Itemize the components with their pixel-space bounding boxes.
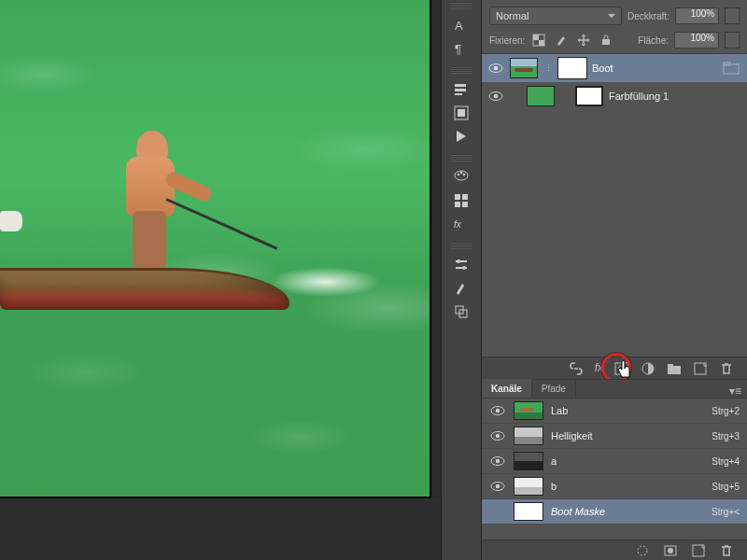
history-panel-icon[interactable] (449, 103, 473, 123)
layer-thumbnail[interactable] (510, 58, 538, 78)
adjustment-layer-icon[interactable] (641, 361, 655, 376)
svg-text:fx: fx (454, 219, 462, 230)
channel-name: Boot Maske (551, 506, 704, 517)
channel-row-boot-maske[interactable]: Boot Maske Strg+< (482, 499, 747, 525)
swatches-panel-icon[interactable] (449, 167, 473, 188)
layer-mask-thumbnail[interactable] (558, 58, 586, 78)
canvas-area (0, 0, 441, 504)
svg-rect-24 (533, 35, 539, 40)
adjustments-panel-icon[interactable]: fx (449, 214, 473, 234)
layer-mask-thumbnail[interactable] (575, 86, 603, 106)
opacity-input[interactable]: 100% (675, 7, 719, 24)
brush-settings-icon[interactable] (449, 255, 473, 275)
save-selection-icon[interactable] (663, 543, 678, 558)
layer-filter-icon[interactable] (723, 62, 740, 75)
channel-thumbnail[interactable] (514, 401, 543, 420)
channel-row-a[interactable]: a Strg+4 (482, 449, 747, 474)
channel-thumbnail[interactable] (514, 502, 543, 521)
visibility-eye-icon[interactable] (489, 429, 506, 442)
character-panel-icon[interactable]: A (449, 15, 473, 35)
delete-layer-icon[interactable] (719, 361, 734, 376)
blend-mode-value: Normal (496, 10, 529, 21)
lock-all-icon[interactable] (598, 32, 614, 49)
layer-name[interactable]: Boot (592, 63, 717, 74)
document-canvas[interactable] (0, 0, 431, 498)
svg-rect-2 (455, 84, 466, 87)
layer-thumbnail[interactable] (527, 86, 555, 106)
load-selection-icon[interactable] (635, 543, 650, 558)
channel-thumbnail[interactable] (514, 477, 543, 496)
fill-input[interactable]: 100% (674, 32, 719, 49)
actions-panel-icon[interactable] (449, 79, 473, 100)
visibility-eye-icon[interactable] (489, 480, 506, 493)
layer-row-farbfuellung[interactable]: Farbfüllung 1 (482, 82, 747, 110)
styles-panel-icon[interactable] (449, 190, 473, 211)
fill-label: Fläche: (638, 35, 669, 46)
channel-thumbnail[interactable] (514, 427, 543, 445)
svg-rect-14 (455, 202, 460, 207)
channel-name: a (551, 455, 704, 467)
collapsed-panel-dock: A ¶ fx (441, 0, 482, 560)
layer-name[interactable]: Farbfüllung 1 (609, 91, 741, 102)
svg-point-46 (496, 484, 500, 489)
panel-menu-icon[interactable]: ▾≡ (724, 385, 747, 398)
svg-point-47 (638, 546, 647, 555)
channel-shortcut: Strg+2 (712, 406, 740, 416)
visibility-eye-icon[interactable] (489, 404, 506, 417)
new-channel-icon[interactable] (691, 543, 706, 558)
channel-shortcut: Strg+3 (712, 431, 740, 441)
channel-name: b (551, 481, 704, 492)
svg-text:A: A (455, 19, 463, 33)
channel-row-b[interactable]: b Strg+5 (482, 474, 747, 499)
layers-panel: Normal Deckkraft: 100% Fixieren: Fläche:… (482, 0, 747, 379)
mask-link-icon[interactable]: ⋮ (543, 63, 553, 73)
svg-point-40 (496, 409, 500, 413)
panel-gripper[interactable] (451, 154, 472, 161)
clone-source-icon[interactable] (449, 301, 473, 322)
panel-gripper[interactable] (451, 66, 472, 74)
new-group-icon[interactable] (667, 361, 682, 376)
svg-rect-12 (455, 194, 460, 200)
visibility-eye-icon[interactable] (489, 455, 506, 468)
link-layers-icon[interactable] (569, 361, 584, 376)
visibility-eye-icon[interactable] (487, 62, 504, 75)
channel-name: Helligkeit (551, 430, 704, 441)
svg-point-11 (460, 172, 463, 175)
svg-rect-33 (615, 363, 628, 374)
layer-row-boot[interactable]: ⋮ Boot (482, 54, 747, 82)
svg-point-32 (494, 94, 499, 99)
svg-rect-4 (455, 93, 462, 95)
svg-text:¶: ¶ (455, 42, 461, 56)
svg-rect-15 (462, 202, 468, 207)
layers-list: ⋮ Boot Farbfüllung 1 (482, 54, 747, 110)
brushes-panel-icon[interactable] (449, 278, 473, 299)
svg-rect-26 (602, 39, 610, 45)
panel-gripper[interactable] (451, 2, 472, 9)
channel-shortcut: Strg+4 (712, 456, 740, 467)
channel-name: Lab (551, 405, 704, 416)
channel-row-helligkeit[interactable]: Helligkeit Strg+3 (482, 424, 747, 449)
visibility-eye-icon[interactable] (487, 90, 504, 103)
channel-row-lab[interactable]: Lab Strg+2 (482, 399, 747, 424)
channel-thumbnail[interactable] (514, 452, 543, 470)
tab-channels[interactable]: Kanäle (482, 379, 532, 398)
channels-panel-footer (482, 539, 747, 560)
delete-channel-icon[interactable] (719, 543, 734, 558)
blend-mode-dropdown[interactable]: Normal (489, 7, 622, 25)
opacity-dropdown-button[interactable] (725, 7, 740, 24)
svg-point-49 (668, 548, 673, 553)
add-mask-icon[interactable] (614, 361, 629, 376)
play-icon[interactable] (449, 126, 473, 147)
new-layer-icon[interactable] (693, 361, 708, 376)
svg-point-28 (494, 66, 499, 71)
panel-gripper[interactable] (451, 242, 472, 249)
svg-point-34 (619, 365, 626, 371)
paragraph-panel-icon[interactable]: ¶ (449, 38, 473, 59)
lock-pixels-icon[interactable] (553, 32, 570, 49)
lock-transparency-icon[interactable] (530, 32, 547, 49)
layer-fx-icon[interactable]: fx (595, 361, 603, 376)
fill-dropdown-button[interactable] (725, 32, 740, 49)
tab-paths[interactable]: Pfade (532, 379, 576, 398)
lock-position-icon[interactable] (575, 32, 592, 49)
canvas-pasteboard (0, 498, 441, 560)
